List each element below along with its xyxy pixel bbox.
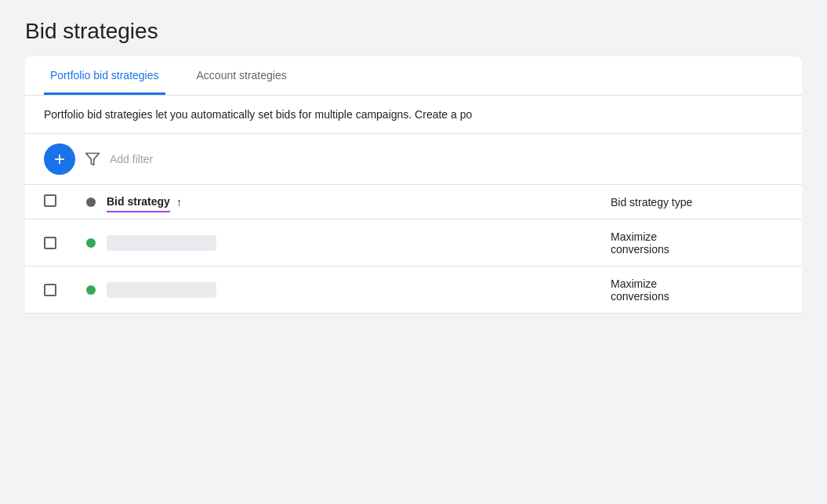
row1-type: Maximizeconversions [611,230,783,256]
bid-strategy-header-label[interactable]: Bid strategy [107,195,170,209]
row2-name-skeleton [107,282,216,298]
table-header-row: Bid strategy ↑ Bid strategy type [25,185,802,219]
row2-status-dot [86,285,96,295]
row1-name-skeleton [107,235,216,251]
filter-icon-button[interactable] [85,151,100,167]
add-filter-label[interactable]: Add filter [110,153,153,165]
page-title: Bid strategies [25,19,802,44]
header-status-col [75,198,107,207]
content-area: Portfolio bid strategies let you automat… [25,96,802,314]
header-checkbox-col [44,194,75,209]
header-type-col: Bid strategy type [611,196,783,208]
funnel-icon [85,151,100,167]
row2-checkbox-col [44,284,75,296]
table-row: Maximizeconversions [25,219,802,267]
add-button[interactable]: + [44,143,75,175]
status-header-dot [86,198,96,207]
row1-name-col [107,235,611,251]
row1-checkbox[interactable] [44,237,56,249]
row1-checkbox-col [44,237,75,249]
row1-status-col [75,238,107,248]
select-all-checkbox[interactable] [44,194,56,207]
row2-type: Maximizeconversions [611,277,783,303]
tabs-container: Portfolio bid strategies Account strateg… [25,56,802,314]
toolbar-row: + Add filter [25,134,802,185]
row2-status-col [75,285,107,295]
svg-marker-0 [86,154,100,165]
row1-status-dot [86,238,96,248]
sort-arrow-icon: ↑ [176,196,182,208]
row2-name-col [107,282,611,298]
header-name-col: Bid strategy ↑ [107,195,611,209]
table-row: Maximizeconversions [25,267,802,314]
plus-icon: + [54,150,65,169]
tab-portfolio[interactable]: Portfolio bid strategies [44,56,165,95]
tabs-row: Portfolio bid strategies Account strateg… [25,56,802,96]
table-container: Bid strategy ↑ Bid strategy type [25,185,802,314]
tab-account[interactable]: Account strategies [190,56,293,95]
row2-checkbox[interactable] [44,284,56,296]
description-text: Portfolio bid strategies let you automat… [25,96,802,134]
page-container: Bid strategies Portfolio bid strategies … [0,0,827,504]
